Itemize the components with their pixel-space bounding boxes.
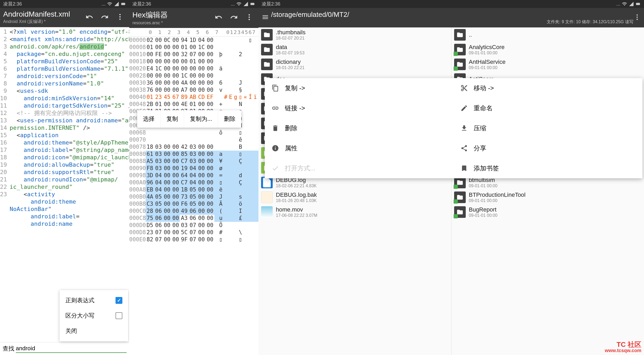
svg-rect-18 xyxy=(275,146,276,147)
more-button[interactable] xyxy=(633,13,641,22)
file-item[interactable]: dictionary18-01-20 22:21 xyxy=(258,57,451,72)
file-item[interactable]: .thumbnails18-02-07 20:21 xyxy=(258,27,451,42)
status-time: 凌晨2:36 xyxy=(3,1,22,7)
fm-app-bar: /storage/emulated/0/MT2/ 文件夹: 9 文件: 10 储… xyxy=(258,8,644,27)
svg-point-10 xyxy=(637,17,638,18)
file-item[interactable]: home.mov17-06-08 22:22 3.07M xyxy=(258,205,451,219)
regex-option[interactable]: 正则表达式 xyxy=(60,293,128,308)
hex-subtitle: resources.arsc * xyxy=(132,21,215,25)
ctx-edit[interactable]: 重命名 xyxy=(454,98,642,118)
ctx-link[interactable]: 链接 -> xyxy=(265,98,454,118)
file-item[interactable]: BugReport09-01-01 00:00 xyxy=(451,205,644,219)
redo-button[interactable] xyxy=(230,13,238,22)
svg-point-5 xyxy=(249,14,250,16)
svg-point-9 xyxy=(637,15,638,16)
more-button[interactable] xyxy=(245,13,253,22)
status-bar: 凌晨2:36 ... xyxy=(258,0,644,8)
more-button[interactable] xyxy=(116,13,124,22)
file-item[interactable]: data18-02-07 19:53 xyxy=(258,42,451,57)
app-bar: AndroidManifest.xml Android Xml (反编译) * xyxy=(0,8,129,27)
file-item[interactable]: AnalyticsCore09-01-01 00:00 xyxy=(451,42,644,57)
hex-delete-button[interactable]: 删除 xyxy=(218,110,241,128)
menu-button[interactable] xyxy=(262,13,269,22)
status-icons: ... xyxy=(231,1,255,7)
hex-column-header: 0 1 2 3 4 5 6 7 01234567 xyxy=(129,28,258,37)
file-item[interactable]: .. xyxy=(451,27,644,42)
status-bar: 凌晨2:36 ... xyxy=(0,0,129,8)
redo-button[interactable] xyxy=(101,13,109,22)
hex-selection-popup: 选择 复制 复制为... 删除 xyxy=(137,110,241,128)
ctx-archive[interactable]: 压缩 xyxy=(454,118,642,138)
status-bar: 凌晨2:36 ... xyxy=(129,0,258,8)
close-option[interactable]: 关闭 xyxy=(60,323,128,339)
search-label: 查找 xyxy=(3,345,14,353)
svg-point-6 xyxy=(249,17,250,18)
hex-title: Hex编辑器 xyxy=(132,10,215,20)
undo-button[interactable] xyxy=(215,13,223,22)
file-item[interactable]: DEBUG.log.bak18-01-26 20:48 1.03K xyxy=(258,190,451,205)
svg-point-11 xyxy=(637,19,638,20)
svg-rect-8 xyxy=(636,3,640,5)
file-subtitle: Android Xml (反编译) * xyxy=(3,19,85,25)
fm-stats: 文件夹: 9 文件: 10 储存: 34.12G/110.25G 读写 xyxy=(271,19,633,25)
svg-point-1 xyxy=(119,14,121,15)
file-item[interactable]: AntHalService09-01-01 00:00 xyxy=(451,57,644,72)
regex-checkbox[interactable] xyxy=(116,297,122,304)
app-bar: Hex编辑器 resources.arsc * xyxy=(129,8,258,28)
file-list-right[interactable]: ..AnalyticsCore09-01-01 00:00AntHalServi… xyxy=(451,27,644,355)
context-menu: 复制 ->移动 ->链接 ->重命名删除压缩属性分享打开方式...添加书签 xyxy=(265,78,642,178)
search-input[interactable] xyxy=(16,344,127,353)
svg-rect-0 xyxy=(121,3,125,5)
ctx-copy[interactable]: 复制 -> xyxy=(265,78,454,98)
status-time: 凌晨2:36 xyxy=(132,1,151,7)
ctx-share[interactable]: 分享 xyxy=(454,138,642,158)
file-item[interactable]: BTProductionLineTool09-01-01 00:00 xyxy=(451,190,644,205)
svg-point-2 xyxy=(119,16,121,17)
case-option[interactable]: 区分大小写 xyxy=(60,308,128,323)
file-list-left[interactable]: .thumbnails18-02-07 20:21data18-02-07 19… xyxy=(258,27,451,355)
status-icons: ... xyxy=(102,1,126,7)
search-bar: 查找 xyxy=(0,342,129,355)
status-icons: ... xyxy=(616,1,641,7)
hex-copy-button[interactable]: 复制 xyxy=(161,110,184,128)
file-title: AndroidManifest.xml xyxy=(3,10,85,18)
hex-select-button[interactable]: 选择 xyxy=(137,110,161,128)
ctx-info[interactable]: 属性 xyxy=(265,138,454,158)
fm-path[interactable]: /storage/emulated/0/MT2/ xyxy=(271,11,633,19)
status-time: 凌晨2:36 xyxy=(262,1,280,7)
case-checkbox[interactable] xyxy=(116,312,122,319)
ctx-check: 打开方式... xyxy=(265,158,454,178)
ctx-bookmark[interactable]: 添加书签 xyxy=(454,158,642,178)
ctx-delete[interactable]: 删除 xyxy=(265,118,454,138)
svg-point-7 xyxy=(249,19,250,20)
hex-grid[interactable]: 0000002000C00941D0400 ▯ 0000801000000010… xyxy=(129,37,258,355)
watermark: TC 社区 www.tcsqw.com xyxy=(605,341,641,353)
svg-rect-17 xyxy=(275,148,276,150)
undo-button[interactable] xyxy=(85,13,93,22)
hex-copyas-button[interactable]: 复制为... xyxy=(184,110,218,128)
ctx-cut[interactable]: 移动 -> xyxy=(454,78,642,98)
svg-point-3 xyxy=(119,18,121,20)
find-options-popup: 正则表达式 区分大小写 关闭 xyxy=(60,290,128,341)
svg-rect-4 xyxy=(251,3,254,5)
